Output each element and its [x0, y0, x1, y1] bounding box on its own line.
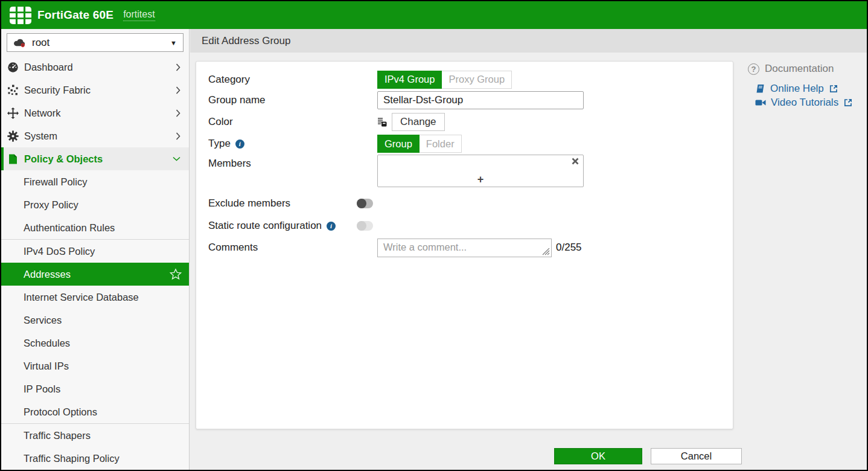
category-option-ipv4-group[interactable]: IPv4 Group: [377, 71, 442, 89]
comments-field-wrap: 0/255: [377, 239, 582, 257]
sidebar-item-services[interactable]: Services: [1, 309, 189, 332]
sidebar-item-system[interactable]: System: [1, 124, 189, 147]
sidebar-item-label: System: [24, 130, 57, 142]
top-bar: FortiGate 60E fortitest: [1, 1, 867, 29]
main-content: Edit Address Group Category IPv4 Group P…: [190, 29, 867, 470]
video-camera-icon: [755, 98, 766, 107]
members-select-box[interactable]: +: [377, 155, 584, 187]
sidebar-item-virtual-ips[interactable]: Virtual IPs: [1, 354, 189, 377]
sidebar: root ▼ Dashboard: [1, 29, 190, 470]
exclude-members-toggle[interactable]: [357, 199, 373, 208]
cancel-button[interactable]: Cancel: [651, 448, 742, 464]
sidebar-item-proxy-policy[interactable]: Proxy Policy: [1, 193, 189, 216]
dropdown-caret-icon: ▼: [170, 39, 177, 46]
static-route-toggle[interactable]: [357, 221, 373, 231]
sidebar-item-label: Network: [24, 107, 61, 119]
video-tutorials-label: Video Tutorials: [771, 97, 838, 109]
sidebar-item-policy-objects[interactable]: Policy & Objects: [1, 147, 189, 170]
chevron-right-icon: [176, 132, 180, 140]
sidebar-item-label: Dashboard: [24, 62, 73, 73]
static-route-info-icon[interactable]: i: [327, 222, 336, 231]
fortinet-logo-icon: [10, 7, 31, 24]
group-name-row: Group name: [208, 89, 721, 111]
documentation-title: Documentation: [765, 63, 834, 75]
sidebar-item-ip-pools[interactable]: IP Pools: [1, 377, 189, 400]
online-help-link[interactable]: Online Help: [755, 83, 868, 95]
video-tutorials-link[interactable]: Video Tutorials: [755, 97, 868, 109]
chevron-down-icon: [173, 156, 180, 161]
type-option-folder[interactable]: Folder: [420, 135, 462, 153]
comments-row: Comments 0/255: [208, 237, 721, 258]
system-gear-icon: [7, 130, 19, 142]
security-fabric-icon: [7, 85, 19, 96]
type-info-icon[interactable]: i: [235, 139, 244, 149]
documentation-links: Online Help Vide: [755, 83, 868, 109]
sub-item-label: Addresses: [24, 269, 71, 280]
members-label: Members: [208, 158, 377, 170]
static-route-row: Static route configuration i: [208, 215, 721, 237]
sidebar-item-ipv4-dos-policy[interactable]: IPv4 DoS Policy: [1, 240, 189, 263]
exclude-members-label: Exclude members: [208, 197, 357, 210]
sidebar-item-network[interactable]: Network: [1, 101, 189, 124]
sub-item-label: Internet Service Database: [24, 292, 139, 303]
main-nav: Dashboard Security Fab: [1, 56, 189, 470]
sidebar-item-authentication-rules[interactable]: Authentication Rules: [1, 216, 189, 239]
color-swatch-icon: [377, 117, 388, 127]
policy-objects-icon: [7, 153, 19, 165]
sidebar-item-label: Security Fabric: [24, 85, 91, 96]
external-link-icon: [843, 98, 853, 107]
color-change-button[interactable]: Change: [392, 113, 445, 131]
book-icon: [755, 84, 765, 94]
vdom-selector[interactable]: root ▼: [7, 33, 183, 52]
hostname[interactable]: fortitest: [123, 9, 155, 21]
network-move-icon: [7, 107, 19, 119]
sidebar-item-dashboard[interactable]: Dashboard: [1, 56, 189, 78]
sidebar-item-internet-service-database[interactable]: Internet Service Database: [1, 286, 189, 309]
sidebar-item-firewall-policy[interactable]: Firewall Policy: [1, 170, 189, 193]
sidebar-item-schedules[interactable]: Schedules: [1, 332, 189, 354]
add-member-button[interactable]: +: [378, 174, 583, 185]
type-row: Type i Group Folder: [208, 133, 721, 155]
comments-textarea[interactable]: [377, 239, 552, 257]
sub-item-label: Traffic Shaping Policy: [24, 453, 120, 464]
sidebar-item-protocol-options[interactable]: Protocol Options: [1, 400, 189, 423]
sidebar-item-traffic-shaping-policy[interactable]: Traffic Shaping Policy: [1, 447, 189, 470]
group-name-input[interactable]: [377, 91, 584, 109]
sub-item-label: IP Pools: [24, 383, 60, 395]
sub-item-label: Firewall Policy: [24, 176, 87, 188]
ok-button[interactable]: OK: [554, 448, 642, 464]
type-label: Type: [208, 138, 231, 150]
vdom-cloud-icon: [13, 38, 27, 48]
chevron-right-icon: [176, 86, 180, 94]
sub-item-label: Schedules: [24, 338, 70, 349]
chevron-right-icon: [176, 109, 180, 117]
vdom-name: root: [32, 37, 49, 49]
comments-label: Comments: [208, 242, 377, 254]
documentation-header: ? Documentation: [748, 63, 868, 75]
static-route-label-group: Static route configuration i: [208, 220, 357, 232]
app-window: FortiGate 60E fortitest root ▼: [0, 0, 868, 471]
device-name: FortiGate 60E: [37, 8, 113, 22]
sub-item-label: Proxy Policy: [24, 199, 78, 211]
category-option-proxy-group[interactable]: Proxy Group: [442, 71, 512, 89]
sub-item-label: Protocol Options: [24, 406, 97, 418]
color-label: Color: [208, 116, 377, 128]
sidebar-item-security-fabric[interactable]: Security Fabric: [1, 78, 189, 101]
sidebar-item-addresses[interactable]: Addresses: [1, 263, 189, 286]
group-name-label: Group name: [208, 94, 377, 106]
category-label: Category: [208, 74, 377, 86]
chevron-right-icon: [176, 63, 180, 71]
favorite-star-icon[interactable]: [170, 268, 182, 280]
help-circle-icon: ?: [748, 63, 759, 75]
external-link-icon: [829, 84, 838, 94]
sub-item-label: Services: [24, 315, 62, 326]
static-route-label: Static route configuration: [208, 220, 322, 232]
type-label-group: Type i: [208, 138, 377, 150]
page-title: Edit Address Group: [190, 29, 867, 53]
clear-members-icon[interactable]: [572, 158, 579, 165]
comments-char-counter: 0/255: [556, 242, 582, 254]
members-row: Members +: [208, 155, 721, 192]
sidebar-item-traffic-shapers[interactable]: Traffic Shapers: [1, 424, 189, 447]
type-option-group[interactable]: Group: [377, 135, 420, 153]
sidebar-item-label: Policy & Objects: [24, 153, 103, 165]
